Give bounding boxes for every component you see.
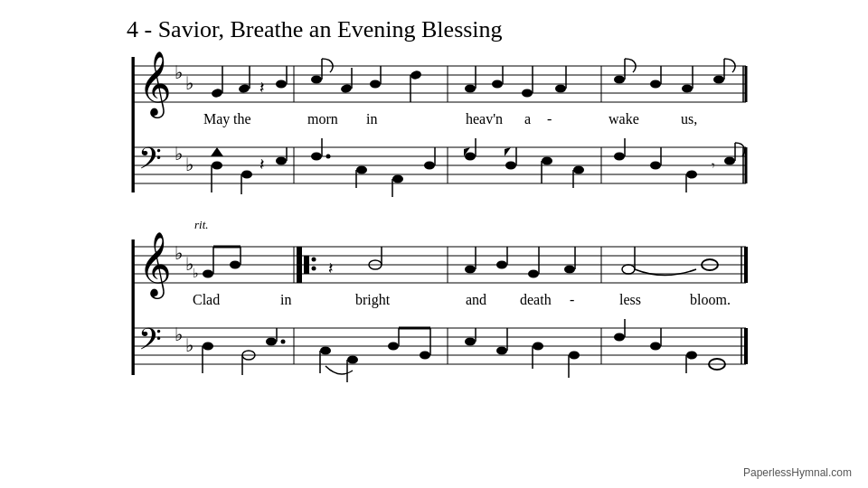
- svg-point-44: [713, 76, 724, 84]
- svg-point-97: [650, 162, 661, 170]
- svg-text:heav'n: heav'n: [466, 111, 503, 127]
- svg-text:♭: ♭: [185, 155, 193, 174]
- svg-point-99: [686, 171, 697, 179]
- svg-point-188: [569, 352, 580, 360]
- svg-point-136: [496, 261, 507, 269]
- svg-text:rit.: rit.: [194, 218, 209, 231]
- svg-marker-90: [505, 147, 511, 156]
- svg-point-71: [241, 171, 252, 179]
- svg-point-177: [388, 343, 399, 351]
- svg-point-142: [622, 265, 635, 274]
- svg-point-172: [281, 340, 286, 344]
- svg-point-85: [465, 153, 476, 161]
- svg-point-140: [564, 266, 575, 274]
- svg-text:in: in: [280, 292, 291, 307]
- svg-text:the: the: [233, 111, 251, 127]
- svg-point-93: [573, 166, 584, 174]
- svg-text:a: a: [524, 111, 531, 127]
- svg-point-36: [555, 85, 566, 93]
- svg-marker-70: [211, 147, 223, 156]
- svg-text:death: death: [520, 292, 552, 307]
- svg-text:♭: ♭: [185, 335, 193, 355]
- svg-point-30: [465, 85, 476, 93]
- svg-point-124: [230, 261, 241, 269]
- svg-point-121: [203, 270, 213, 278]
- svg-point-74: [276, 157, 287, 165]
- svg-point-170: [266, 338, 277, 346]
- svg-point-182: [465, 338, 476, 346]
- svg-point-78: [326, 155, 331, 159]
- svg-point-17: [238, 83, 250, 94]
- svg-text:May: May: [203, 111, 230, 127]
- svg-point-24: [340, 83, 353, 94]
- svg-point-95: [614, 153, 625, 161]
- svg-point-81: [392, 175, 403, 183]
- svg-text:♭: ♭: [175, 324, 183, 344]
- svg-point-192: [650, 343, 661, 351]
- svg-text:𝄞: 𝄞: [138, 232, 172, 300]
- svg-point-91: [542, 157, 552, 165]
- svg-point-76: [311, 153, 322, 161]
- svg-text:bloom.: bloom.: [690, 292, 731, 307]
- svg-point-68: [212, 162, 222, 170]
- svg-text:𝄽: 𝄽: [259, 159, 264, 169]
- svg-text:𝄢: 𝄢: [138, 323, 162, 363]
- svg-text:♭: ♭: [175, 62, 183, 82]
- svg-point-26: [370, 80, 381, 89]
- svg-text:morn: morn: [307, 111, 338, 127]
- svg-point-179: [420, 352, 430, 360]
- svg-point-138: [528, 270, 539, 278]
- svg-point-32: [492, 80, 503, 89]
- svg-point-42: [682, 85, 693, 93]
- svg-text:♭: ♭: [185, 73, 193, 93]
- svg-text:𝄞: 𝄞: [138, 52, 172, 119]
- svg-point-166: [203, 343, 213, 351]
- svg-point-102: [724, 157, 735, 165]
- svg-point-83: [424, 162, 435, 170]
- svg-text:♭: ♭: [175, 144, 183, 164]
- svg-point-34: [522, 89, 533, 98]
- svg-text:less: less: [619, 292, 641, 307]
- svg-point-79: [356, 166, 367, 174]
- svg-point-38: [614, 76, 625, 84]
- svg-text:𝄢: 𝄢: [138, 142, 162, 183]
- svg-point-175: [347, 356, 358, 364]
- svg-point-194: [686, 352, 697, 360]
- svg-text:-: -: [547, 111, 552, 127]
- svg-point-190: [614, 333, 625, 342]
- svg-text:bright: bright: [355, 292, 391, 308]
- svg-text:♭: ♭: [175, 243, 183, 263]
- svg-text:wake: wake: [609, 111, 639, 127]
- svg-rect-128: [304, 256, 309, 274]
- svg-point-88: [505, 162, 516, 170]
- svg-point-130: [312, 267, 316, 271]
- svg-point-28: [410, 70, 422, 80]
- svg-point-186: [533, 343, 543, 351]
- svg-text:us,: us,: [681, 111, 697, 127]
- svg-text:-: -: [570, 292, 574, 307]
- svg-text:♭: ♭: [193, 267, 199, 280]
- svg-point-20: [276, 80, 287, 89]
- svg-text:Clad: Clad: [193, 292, 220, 307]
- svg-text:and: and: [466, 292, 486, 307]
- svg-rect-127: [297, 247, 302, 283]
- svg-point-22: [311, 76, 322, 84]
- svg-point-184: [496, 347, 507, 355]
- svg-point-129: [312, 258, 316, 262]
- svg-point-40: [650, 80, 661, 89]
- music-svg: 𝄞 ♭ ♭ 𝄽: [113, 50, 755, 465]
- svg-point-15: [211, 88, 223, 99]
- svg-point-134: [465, 266, 476, 274]
- svg-point-173: [320, 347, 331, 355]
- svg-text:in: in: [366, 111, 377, 127]
- music-notation: 𝄞 ♭ ♭ 𝄽: [113, 50, 755, 469]
